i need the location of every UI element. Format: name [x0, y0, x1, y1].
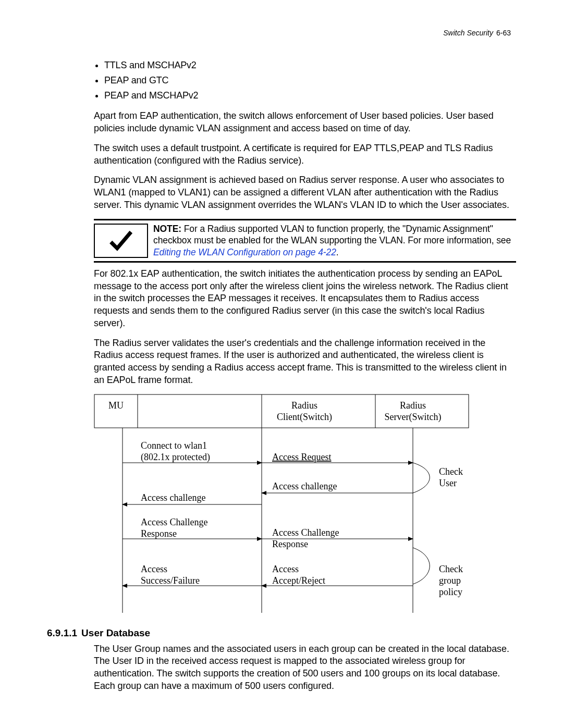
list-item: TTLS and MSCHAPv2	[104, 58, 516, 73]
diagram-label: Access	[272, 564, 299, 574]
svg-rect-0	[94, 394, 469, 428]
diagram-label: Success/Failure	[141, 575, 200, 586]
sequence-diagram: MU Radius Client(Switch) Radius Server(S…	[94, 394, 516, 618]
note-text: NOTE: For a Radius supported VLAN to fun…	[152, 220, 516, 261]
header-title: Switch Security	[443, 29, 493, 37]
body-paragraph: Dynamic VLAN assignment is achieved base…	[94, 174, 516, 211]
body-paragraph: For 802.1x EAP authentication, the switc…	[94, 268, 516, 330]
body-paragraph: Apart from EAP authentication, the switc…	[94, 110, 516, 135]
diagram-label: policy	[439, 587, 462, 597]
diagram-label: Response	[272, 539, 308, 549]
diagram-label: Connect to wlan1	[141, 440, 207, 451]
diagram-label: Check	[439, 564, 463, 574]
diagram-label: Check	[439, 466, 463, 477]
list-item: PEAP and GTC	[104, 73, 516, 88]
diagram-col-radius-client-a: Radius	[291, 400, 317, 411]
diagram-label: Response	[141, 528, 177, 539]
diagram-label: group	[439, 575, 461, 586]
diagram-label: Access Challenge	[141, 517, 207, 527]
note-label: NOTE:	[153, 224, 181, 234]
section-title: User Database	[81, 627, 150, 638]
diagram-label: Access challenge	[272, 481, 337, 491]
header-page: 6-63	[496, 29, 511, 37]
diagram-label: Access Challenge	[272, 527, 339, 538]
note-link[interactable]: Editing the WLAN Configuration on page 4…	[153, 247, 336, 257]
body-paragraph: The User Group names and the associated …	[94, 643, 516, 693]
diagram-label: (802.1x protected)	[141, 452, 210, 463]
note-body-a: For a Radius supported VLAN to function …	[153, 224, 511, 246]
note-callout: NOTE: For a Radius supported VLAN to fun…	[94, 219, 516, 263]
list-item: PEAP and MSCHAPv2	[104, 88, 516, 103]
checkmark-icon	[94, 224, 148, 258]
diagram-label: Access	[141, 564, 167, 574]
diagram-label: Access Request	[272, 452, 331, 462]
page-header: Switch Security6-63	[47, 29, 516, 37]
section-heading: 6.9.1.1User Database	[47, 627, 516, 639]
diagram-label: Access challenge	[141, 492, 205, 503]
section-number: 6.9.1.1	[47, 627, 77, 638]
body-paragraph: The switch uses a default trustpoint. A …	[94, 142, 516, 167]
note-body-b: .	[336, 247, 339, 257]
diagram-col-mu: MU	[108, 400, 124, 411]
diagram-label: Accept/Reject	[272, 575, 325, 586]
bullet-list: TTLS and MSCHAPv2 PEAP and GTC PEAP and …	[94, 58, 516, 103]
diagram-col-radius-server-a: Radius	[400, 400, 426, 411]
diagram-col-radius-server-b: Server(Switch)	[385, 412, 442, 423]
diagram-col-radius-client-b: Client(Switch)	[277, 412, 332, 423]
diagram-label: User	[439, 478, 457, 488]
body-paragraph: The Radius server validates the user's c…	[94, 337, 516, 387]
